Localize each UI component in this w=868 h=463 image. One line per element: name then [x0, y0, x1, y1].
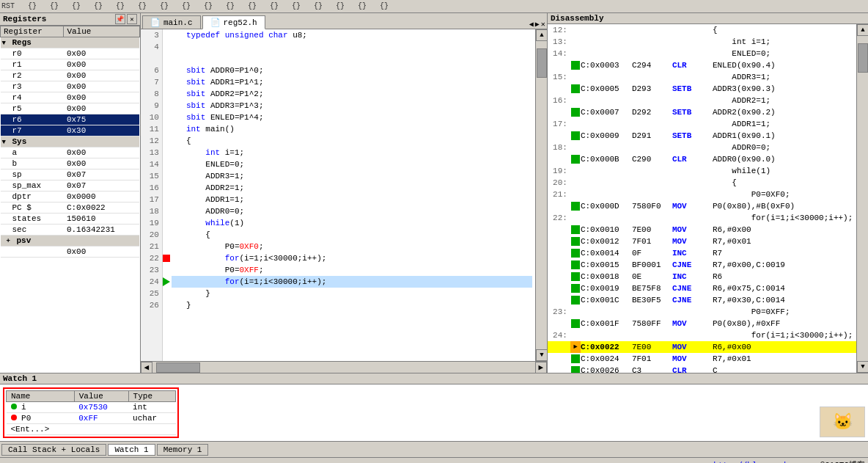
registers-close-btn[interactable]: ✕ — [127, 14, 137, 24]
table-row[interactable]: sp0x07 — [1, 169, 140, 181]
expand-icon-sys[interactable]: ▼ — [2, 139, 6, 146]
table-row[interactable]: r30x00 — [1, 81, 140, 92]
disasm-scroll-thumb[interactable] — [858, 43, 868, 73]
disasm-code — [632, 177, 672, 189]
scroll-track[interactable] — [536, 41, 547, 349]
disasm-marker-empty — [570, 24, 581, 36]
tab-call-stack-label: Call Stack + Locals — [8, 445, 100, 454]
disasm-marker-green — [570, 294, 581, 306]
disasm-mnem: CLR — [672, 365, 713, 373]
disasm-ops: int i=1; — [713, 36, 855, 48]
disasm-ops: ADDR2(0x90.2) — [713, 106, 855, 118]
table-row[interactable]: a0x00 — [1, 147, 140, 158]
disasm-line: C:0x000B C290 CLR ADDR0(0x90.0) — [548, 153, 856, 165]
disasm-addr — [581, 177, 632, 189]
disasm-addr: C:0x0005 — [581, 83, 632, 95]
disasm-addr — [581, 165, 632, 177]
disasm-linenum — [549, 282, 567, 294]
code-line — [172, 53, 532, 65]
expand-icon-psv[interactable]: + — [7, 238, 10, 245]
table-row-r7[interactable]: r70x30 — [1, 125, 140, 136]
table-row[interactable]: 0x00 — [1, 247, 140, 258]
disasm-ops: R6,#0x00 — [713, 341, 855, 353]
code-hscroll[interactable]: ◀ ▶ — [141, 361, 547, 373]
expand-icon[interactable]: ▼ — [2, 40, 6, 47]
table-row[interactable]: states150610 — [1, 214, 140, 225]
code-content: 34678910 1112131415161718 19202122232425… — [141, 29, 535, 361]
tab-prev-btn[interactable]: ◀ — [529, 20, 534, 29]
disasm-ops: ADDR0=0; — [713, 142, 855, 153]
tab-close-btn[interactable]: ✕ — [541, 20, 545, 29]
table-row-r6[interactable]: r60x75 — [1, 114, 140, 125]
table-row[interactable]: r20x00 — [1, 70, 140, 81]
tab-memory-1[interactable]: Memory 1 — [157, 444, 209, 456]
disasm-code — [632, 165, 672, 177]
code-line: sbit ADDR1=P1^1; — [172, 76, 532, 88]
disasm-marker-green — [570, 365, 581, 373]
disasm-marker-empty — [570, 71, 581, 83]
hscroll-track[interactable] — [152, 362, 535, 373]
disasm-addr: C:0x0009 — [581, 130, 632, 142]
code-line — [172, 41, 532, 53]
table-row[interactable]: r50x00 — [1, 103, 140, 114]
table-row[interactable]: r40x00 — [1, 92, 140, 103]
watch-row-p0[interactable]: P0 0xFF uchar — [7, 413, 176, 424]
disasm-line: C:0x0018 0E INC R6 — [548, 271, 856, 282]
disasm-linenum: 24: — [549, 329, 567, 341]
tab-reg52-h[interactable]: 📄 reg52.h — [202, 15, 265, 29]
watch-row-i[interactable]: i 0x7530 int — [7, 402, 176, 413]
scroll-thumb[interactable] — [537, 48, 547, 78]
watch-row-new[interactable]: <Ent...> — [7, 424, 176, 435]
disasm-linenum: 21: — [549, 189, 567, 200]
reg-col-name: Register — [1, 26, 64, 37]
tab-next-btn[interactable]: ▶ — [535, 20, 540, 29]
hscroll-right-btn[interactable]: ▶ — [535, 362, 547, 373]
table-row[interactable]: r10x00 — [1, 59, 140, 70]
hscroll-thumb[interactable] — [156, 362, 200, 373]
registers-panel: Registers 📌 ✕ Register Value ▼ Regs — [0, 13, 141, 373]
disasm-ops: P0(0x80),#0xFF — [713, 318, 855, 329]
disasm-line-current: ► C:0x0022 7E00 MOV R6,#0x00 — [548, 341, 856, 353]
tab-call-stack[interactable]: Call Stack + Locals — [1, 444, 106, 456]
tab-main-c-icon: 📄 — [150, 18, 161, 27]
disasm-line: C:0x0003 C294 CLR ENLED(0x90.4) — [548, 59, 856, 71]
tab-main-c[interactable]: 📄 main.c — [142, 15, 201, 29]
disasm-ops: ENLED(0x90.4) — [713, 59, 855, 71]
disasm-ops: while(1) — [713, 165, 855, 177]
disasm-marker-green — [570, 153, 581, 165]
disasm-scrollbar[interactable]: ▲ ▼ — [856, 24, 868, 373]
disasm-scroll-down[interactable]: ▼ — [857, 361, 868, 373]
scroll-up-btn[interactable]: ▲ — [536, 29, 547, 41]
table-row[interactable]: dptr0x0000 — [1, 192, 140, 203]
disasm-marker-green — [570, 271, 581, 282]
scroll-down-btn[interactable]: ▼ — [536, 349, 547, 361]
registers-lock-btn[interactable]: 📌 — [115, 14, 125, 24]
disasm-mnem: MOV — [672, 318, 713, 329]
disasm-mnem: MOV — [672, 353, 713, 365]
disasm-marker-empty — [570, 306, 581, 318]
disasm-code — [632, 306, 672, 318]
disasm-mnem: CLR — [672, 59, 713, 71]
disasm-linenum — [549, 130, 567, 142]
disasm-linenum: 17: — [549, 118, 567, 130]
disasm-code: 7580F0 — [632, 200, 672, 212]
table-row[interactable]: sec0.16342231 — [1, 225, 140, 236]
code-scrollbar[interactable]: ▲ ▼ — [535, 29, 547, 361]
table-row[interactable]: PC $C:0x0022 — [1, 203, 140, 214]
disasm-line: C:0x000D 7580F0 MOV P0(0x80),#B(0xF0) — [548, 200, 856, 212]
disasm-scroll-track[interactable] — [857, 36, 868, 361]
table-row[interactable]: b0x00 — [1, 158, 140, 169]
disasm-line: C:0x0007 D292 SETB ADDR2(0x90.2) — [548, 106, 856, 118]
tab-watch-1[interactable]: Watch 1 — [108, 444, 155, 456]
disasm-addr — [581, 71, 632, 83]
bottom-right-area: 🐱 — [182, 384, 868, 441]
table-row[interactable]: sp_max0x07 — [1, 181, 140, 192]
disasm-scroll-up[interactable]: ▲ — [857, 24, 868, 36]
disasm-code: C3 — [632, 365, 672, 373]
watch-title: Watch 1 — [3, 374, 37, 383]
disasm-line: C:0x0015 BF0001 CJNE R7,#0x00,C:0019 — [548, 259, 856, 271]
disasm-mnem — [672, 48, 713, 59]
hscroll-left-btn[interactable]: ◀ — [141, 362, 152, 373]
code-line: while(1) — [172, 217, 532, 229]
table-row[interactable]: r00x00 — [1, 48, 140, 59]
